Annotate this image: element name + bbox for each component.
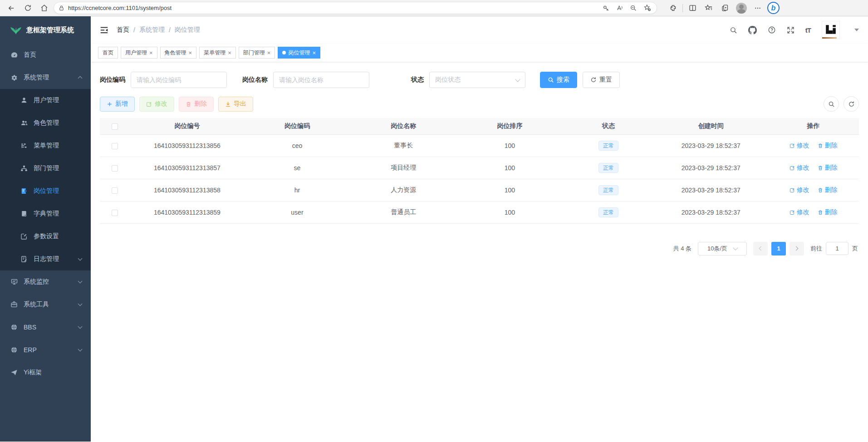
toolbar-divider [682,4,683,12]
key-icon[interactable] [600,3,612,14]
cell-post-sort: 100 [456,157,563,179]
bing-copilot-icon[interactable]: b [767,2,780,14]
post-code-input[interactable] [131,72,227,88]
tag-home[interactable]: 首页 [98,47,118,59]
address-bar[interactable]: https://ccnetcore.com:1101/system/post [54,2,657,14]
sidebar-item-role-management[interactable]: 角色管理 [0,112,91,134]
sidebar-item-menu-management[interactable]: 菜单管理 [0,134,91,157]
row-checkbox[interactable] [112,143,118,149]
sidebar-item-home[interactable]: 首页 [0,44,91,66]
page-size-select[interactable]: 10条/页 [698,242,747,255]
extensions-icon[interactable] [666,2,680,15]
split-screen-icon[interactable] [686,2,699,15]
github-icon[interactable] [748,26,757,34]
close-icon[interactable]: × [267,50,271,56]
next-page-button[interactable] [790,242,804,255]
tag-dept-management[interactable]: 部门管理 × [239,47,275,59]
cell-post-name: 人力资源 [350,179,456,201]
tag-post-management[interactable]: 岗位管理 × [278,47,320,59]
fold-icon[interactable] [100,26,108,34]
sidebar-item-system-monitor[interactable]: 系统监控 [0,270,91,293]
close-icon[interactable]: × [312,50,316,56]
refresh-icon[interactable] [21,2,34,15]
row-checkbox[interactable] [112,165,118,172]
export-button[interactable]: 导出 [218,97,253,112]
tag-role-management[interactable]: 角色管理 × [160,47,197,59]
zoom-out-icon[interactable] [628,3,639,14]
question-icon[interactable] [768,26,776,34]
sidebar-item-post-management[interactable]: 岗位管理 [0,180,91,202]
refresh-table-icon[interactable] [843,96,859,112]
favorites-bar-icon[interactable] [702,2,716,15]
table-row[interactable]: 1641030593112313858 hr 人力资源 100 正常 2023-… [100,179,859,201]
post-name-input[interactable] [273,72,369,88]
row-delete-button[interactable]: 删除 [818,186,838,194]
more-icon[interactable] [751,2,765,15]
add-button[interactable]: 新增 [100,97,135,112]
font-size-icon[interactable]: tT [805,26,811,34]
fullscreen-icon[interactable] [787,26,794,34]
row-edit-button[interactable]: 修改 [790,142,809,150]
app-logo[interactable]: 意框架管理系统 [0,16,91,44]
row-edit-button[interactable]: 修改 [790,186,809,194]
reset-button[interactable]: 重置 [583,72,620,88]
cell-post-code: se [244,157,350,179]
home-icon[interactable] [37,2,51,15]
search-button[interactable]: 搜索 [540,72,577,88]
chevron-down-icon [733,245,738,250]
search-icon[interactable] [730,26,737,34]
col-created: 创建时间 [654,118,768,134]
close-icon[interactable]: × [189,50,192,56]
close-icon[interactable]: × [149,50,153,56]
sidebar-item-dept-management[interactable]: 部门管理 [0,157,91,180]
sidebar-item-param-settings[interactable]: 参数设置 [0,225,91,248]
toggle-search-icon[interactable] [824,96,839,112]
sidebar-item-system-tools[interactable]: 系统工具 [0,293,91,316]
sidebar-item-bbs[interactable]: BBS [0,316,91,339]
sidebar-item-user-management[interactable]: 用户管理 [0,89,91,112]
table-row[interactable]: 1641030593112313859 user 普通员工 100 正常 202… [100,201,859,223]
status-select[interactable]: 岗位状态 [429,72,525,88]
table-row[interactable]: 1641030593112313856 ceo 董事长 100 正常 2023-… [100,134,859,157]
delete-button[interactable]: 删除 [179,97,214,112]
row-edit-button[interactable]: 修改 [790,164,809,172]
tag-menu-management[interactable]: 菜单管理 × [199,47,236,59]
tag-user-management[interactable]: 用户管理 × [121,47,157,59]
breadcrumb-home[interactable]: 首页 [117,26,129,34]
sidebar-item-log-management[interactable]: 日志管理 [0,248,91,270]
back-icon[interactable] [5,2,18,15]
row-delete-button[interactable]: 删除 [818,208,838,216]
total-count: 共 4 条 [673,245,691,253]
read-aloud-icon[interactable] [614,3,626,14]
chevron-down-icon [78,279,83,284]
sidebar-item-yi-framework[interactable]: Yi框架 [0,361,91,384]
prev-page-button[interactable] [753,242,768,255]
cell-post-name: 普通员工 [350,201,456,223]
goto-label: 前往 [810,245,822,253]
page-number-1[interactable]: 1 [771,242,786,255]
profile-avatar[interactable] [735,2,748,15]
row-edit-button[interactable]: 修改 [790,208,809,216]
url-text[interactable]: https://ccnetcore.com:1101/system/post [68,5,600,11]
app-title: 意框架管理系统 [26,26,74,34]
select-all-checkbox[interactable] [112,123,118,130]
col-actions: 操作 [768,118,859,134]
pagination: 共 4 条 10条/页 1 前往 页 [100,242,859,255]
table-row[interactable]: 1641030593112313857 se 项目经理 100 正常 2023-… [100,157,859,179]
favorite-add-icon[interactable] [641,3,653,14]
collections-icon[interactable] [718,2,732,15]
sidebar-item-system-management[interactable]: 系统管理 [0,66,91,89]
close-icon[interactable]: × [228,50,231,56]
row-delete-button[interactable]: 删除 [818,142,838,150]
row-delete-label: 删除 [825,208,838,216]
row-checkbox[interactable] [112,187,118,194]
row-delete-button[interactable]: 删除 [818,164,838,172]
caret-down-icon[interactable] [854,29,859,31]
row-checkbox[interactable] [112,210,118,216]
goto-page-input[interactable] [826,242,848,255]
row-delete-label: 删除 [825,142,838,150]
sidebar-item-dict-management[interactable]: 字典管理 [0,202,91,225]
sidebar-item-erp[interactable]: ERP [0,339,91,361]
edit-button[interactable]: 修改 [139,97,174,112]
user-avatar[interactable] [822,21,840,39]
